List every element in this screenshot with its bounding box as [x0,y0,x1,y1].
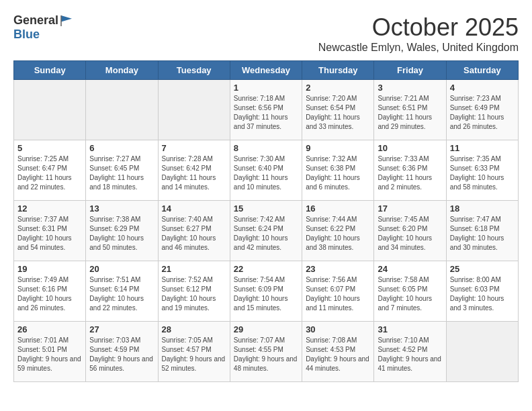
day-content: Sunrise: 7:51 AM Sunset: 6:14 PM Dayligh… [89,275,154,313]
day-number: 25 [450,264,515,274]
logo-general-text: General [13,13,58,28]
day-number: 19 [17,264,82,274]
day-content: Sunrise: 7:38 AM Sunset: 6:29 PM Dayligh… [89,215,154,253]
calendar-cell: 22Sunrise: 7:54 AM Sunset: 6:09 PM Dayli… [230,261,302,322]
calendar-cell: 5Sunrise: 7:25 AM Sunset: 6:47 PM Daylig… [14,140,86,201]
weekday-header-wednesday: Wednesday [230,61,302,80]
day-number: 21 [162,264,226,274]
day-content: Sunrise: 7:10 AM Sunset: 4:52 PM Dayligh… [378,336,442,373]
day-content: Sunrise: 7:18 AM Sunset: 6:56 PM Dayligh… [234,94,298,132]
svg-marker-0 [61,15,72,22]
day-content: Sunrise: 7:08 AM Sunset: 4:53 PM Dayligh… [306,336,370,373]
calendar-cell: 8Sunrise: 7:30 AM Sunset: 6:40 PM Daylig… [230,140,302,201]
calendar-cell: 6Sunrise: 7:27 AM Sunset: 6:45 PM Daylig… [86,140,158,201]
calendar-cell: 23Sunrise: 7:56 AM Sunset: 6:07 PM Dayli… [302,261,374,322]
day-content: Sunrise: 7:37 AM Sunset: 6:31 PM Dayligh… [17,215,82,253]
day-content: Sunrise: 7:07 AM Sunset: 4:55 PM Dayligh… [234,336,298,373]
calendar-cell: 12Sunrise: 7:37 AM Sunset: 6:31 PM Dayli… [14,201,86,261]
day-number: 1 [234,83,298,93]
day-content: Sunrise: 7:52 AM Sunset: 6:12 PM Dayligh… [162,275,226,313]
calendar-cell: 14Sunrise: 7:40 AM Sunset: 6:27 PM Dayli… [158,201,230,261]
day-content: Sunrise: 7:03 AM Sunset: 4:59 PM Dayligh… [89,336,154,373]
day-number: 29 [234,324,298,334]
calendar-week-row: 5Sunrise: 7:25 AM Sunset: 6:47 PM Daylig… [14,140,519,201]
calendar-cell: 7Sunrise: 7:28 AM Sunset: 6:42 PM Daylig… [158,140,230,201]
day-number: 8 [234,143,298,153]
day-number: 20 [89,264,154,274]
day-content: Sunrise: 7:27 AM Sunset: 6:45 PM Dayligh… [89,154,154,192]
day-content: Sunrise: 7:23 AM Sunset: 6:49 PM Dayligh… [450,94,515,132]
day-number: 24 [378,264,442,274]
day-content: Sunrise: 7:40 AM Sunset: 6:27 PM Dayligh… [162,215,226,253]
day-content: Sunrise: 7:20 AM Sunset: 6:54 PM Dayligh… [306,94,370,132]
weekday-header-friday: Friday [374,61,446,80]
day-content: Sunrise: 7:32 AM Sunset: 6:38 PM Dayligh… [306,154,370,192]
day-number: 5 [17,143,82,153]
title-section: October 2025 Newcastle Emlyn, Wales, Uni… [318,13,519,54]
day-content: Sunrise: 7:44 AM Sunset: 6:22 PM Dayligh… [306,215,370,253]
month-title: October 2025 [318,13,519,42]
day-number: 2 [306,83,370,93]
calendar-cell: 31Sunrise: 7:10 AM Sunset: 4:52 PM Dayli… [374,322,446,382]
calendar-cell: 11Sunrise: 7:35 AM Sunset: 6:33 PM Dayli… [446,140,518,201]
day-number: 15 [234,203,298,214]
day-content: Sunrise: 7:05 AM Sunset: 4:57 PM Dayligh… [162,336,226,373]
weekday-header-monday: Monday [86,61,158,80]
calendar-cell: 30Sunrise: 7:08 AM Sunset: 4:53 PM Dayli… [302,322,374,382]
day-content: Sunrise: 7:49 AM Sunset: 6:16 PM Dayligh… [17,275,82,313]
location-text: Newcastle Emlyn, Wales, United Kingdom [318,42,519,54]
day-content: Sunrise: 7:54 AM Sunset: 6:09 PM Dayligh… [234,275,298,313]
day-number: 31 [378,324,442,334]
day-content: Sunrise: 7:28 AM Sunset: 6:42 PM Dayligh… [162,154,226,192]
calendar-cell: 26Sunrise: 7:01 AM Sunset: 5:01 PM Dayli… [14,322,86,382]
calendar-week-row: 1Sunrise: 7:18 AM Sunset: 6:56 PM Daylig… [14,80,519,140]
page-header: General Blue October 2025 Newcastle Emly… [13,13,519,54]
day-number: 9 [306,143,370,153]
calendar-cell [446,322,518,382]
day-number: 23 [306,264,370,274]
calendar-cell: 21Sunrise: 7:52 AM Sunset: 6:12 PM Dayli… [158,261,230,322]
day-content: Sunrise: 7:01 AM Sunset: 5:01 PM Dayligh… [17,336,82,373]
day-number: 13 [89,203,154,214]
day-number: 3 [378,83,442,93]
calendar-cell: 15Sunrise: 7:42 AM Sunset: 6:24 PM Dayli… [230,201,302,261]
calendar-cell [86,80,158,140]
day-number: 27 [89,324,154,334]
calendar-cell: 9Sunrise: 7:32 AM Sunset: 6:38 PM Daylig… [302,140,374,201]
day-number: 7 [162,143,226,153]
day-content: Sunrise: 7:30 AM Sunset: 6:40 PM Dayligh… [234,154,298,192]
calendar-cell: 4Sunrise: 7:23 AM Sunset: 6:49 PM Daylig… [446,80,518,140]
weekday-header-sunday: Sunday [14,61,86,80]
calendar-cell: 3Sunrise: 7:21 AM Sunset: 6:51 PM Daylig… [374,80,446,140]
day-number: 18 [450,203,515,214]
calendar-week-row: 12Sunrise: 7:37 AM Sunset: 6:31 PM Dayli… [14,201,519,261]
day-content: Sunrise: 7:56 AM Sunset: 6:07 PM Dayligh… [306,275,370,313]
day-number: 4 [450,83,515,93]
calendar-cell: 24Sunrise: 7:58 AM Sunset: 6:05 PM Dayli… [374,261,446,322]
day-content: Sunrise: 7:47 AM Sunset: 6:18 PM Dayligh… [450,215,515,253]
calendar-header: SundayMondayTuesdayWednesdayThursdayFrid… [14,61,519,80]
weekday-header-row: SundayMondayTuesdayWednesdayThursdayFrid… [14,61,519,80]
day-content: Sunrise: 8:00 AM Sunset: 6:03 PM Dayligh… [450,275,515,313]
logo-blue-text: Blue [13,28,40,42]
day-content: Sunrise: 7:42 AM Sunset: 6:24 PM Dayligh… [234,215,298,253]
day-content: Sunrise: 7:58 AM Sunset: 6:05 PM Dayligh… [378,275,442,313]
calendar-cell: 2Sunrise: 7:20 AM Sunset: 6:54 PM Daylig… [302,80,374,140]
calendar-cell: 20Sunrise: 7:51 AM Sunset: 6:14 PM Dayli… [86,261,158,322]
calendar-table: SundayMondayTuesdayWednesdayThursdayFrid… [13,60,519,382]
day-number: 11 [450,143,515,153]
calendar-cell: 27Sunrise: 7:03 AM Sunset: 4:59 PM Dayli… [86,322,158,382]
logo: General Blue [13,13,73,42]
day-number: 22 [234,264,298,274]
day-number: 26 [17,324,82,334]
calendar-cell: 18Sunrise: 7:47 AM Sunset: 6:18 PM Dayli… [446,201,518,261]
calendar-cell: 19Sunrise: 7:49 AM Sunset: 6:16 PM Dayli… [14,261,86,322]
day-number: 16 [306,203,370,214]
day-number: 30 [306,324,370,334]
day-content: Sunrise: 7:21 AM Sunset: 6:51 PM Dayligh… [378,94,442,132]
calendar-cell [158,80,230,140]
day-number: 10 [378,143,442,153]
calendar-cell: 28Sunrise: 7:05 AM Sunset: 4:57 PM Dayli… [158,322,230,382]
calendar-cell: 25Sunrise: 8:00 AM Sunset: 6:03 PM Dayli… [446,261,518,322]
day-number: 14 [162,203,226,214]
